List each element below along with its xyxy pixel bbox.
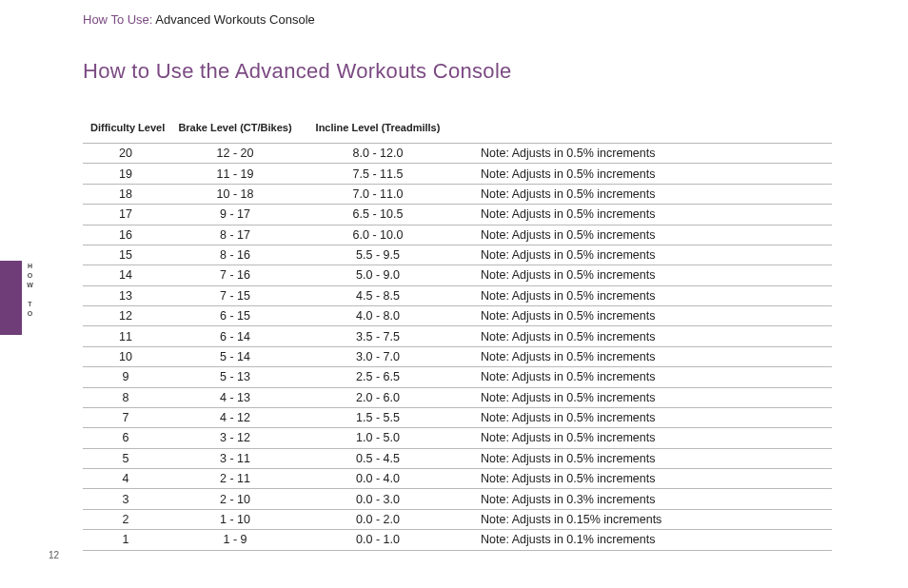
cell-level: 15	[83, 245, 168, 265]
cell-level: 16	[83, 225, 168, 245]
page-number: 12	[49, 550, 59, 560]
cell-note: Note: Adjusts in 0.15% increments	[454, 509, 832, 529]
cell-brake: 7 - 15	[168, 285, 302, 305]
cell-level: 11	[83, 326, 168, 346]
table-row: 1911 - 197.5 - 11.5Note: Adjusts in 0.5%…	[83, 164, 832, 184]
cell-level: 13	[83, 285, 168, 305]
cell-level: 7	[83, 407, 168, 427]
cell-level: 10	[83, 346, 168, 366]
cell-brake: 4 - 12	[168, 407, 302, 427]
table-row: 158 - 165.5 - 9.5Note: Adjusts in 0.5% i…	[83, 245, 832, 265]
cell-incline: 2.5 - 6.5	[302, 367, 454, 387]
cell-level: 4	[83, 469, 168, 489]
cell-note: Note: Adjusts in 0.5% increments	[454, 469, 832, 489]
cell-incline: 3.5 - 7.5	[302, 326, 454, 346]
table-row: 116 - 143.5 - 7.5Note: Adjusts in 0.5% i…	[83, 326, 832, 346]
table-header-row: Difficulty Level Brake Level (CT/Bikes) …	[83, 122, 832, 144]
cell-note: Note: Adjusts in 0.5% increments	[454, 448, 832, 468]
cell-note: Note: Adjusts in 0.5% increments	[454, 184, 832, 204]
table-row: 74 - 121.5 - 5.5Note: Adjusts in 0.5% in…	[83, 407, 832, 427]
table-row: 2012 - 208.0 - 12.0Note: Adjusts in 0.5%…	[83, 144, 832, 164]
cell-level: 19	[83, 164, 168, 184]
cell-level: 3	[83, 489, 168, 509]
cell-brake: 1 - 9	[168, 530, 302, 550]
table-row: 105 - 143.0 - 7.0Note: Adjusts in 0.5% i…	[83, 346, 832, 366]
cell-brake: 8 - 16	[168, 245, 302, 265]
cell-brake: 6 - 15	[168, 306, 302, 326]
table-row: 137 - 154.5 - 8.5Note: Adjusts in 0.5% i…	[83, 285, 832, 305]
cell-level: 12	[83, 306, 168, 326]
col-header-incline: Incline Level (Treadmills)	[302, 122, 454, 144]
cell-incline: 0.0 - 4.0	[302, 469, 454, 489]
cell-incline: 5.0 - 9.0	[302, 265, 454, 285]
cell-incline: 1.5 - 5.5	[302, 407, 454, 427]
cell-level: 1	[83, 530, 168, 550]
cell-note: Note: Adjusts in 0.5% increments	[454, 265, 832, 285]
cell-incline: 0.0 - 1.0	[302, 530, 454, 550]
side-tab-label: HOW TO	[24, 263, 33, 320]
cell-note: Note: Adjusts in 0.5% increments	[454, 285, 832, 305]
breadcrumb: How To Use: Advanced Workouts Console	[83, 12, 315, 27]
col-header-note	[454, 122, 832, 144]
cell-brake: 12 - 20	[168, 144, 302, 164]
cell-note: Note: Adjusts in 0.5% increments	[454, 346, 832, 366]
difficulty-table: Difficulty Level Brake Level (CT/Bikes) …	[83, 122, 832, 551]
cell-brake: 8 - 17	[168, 225, 302, 245]
cell-note: Note: Adjusts in 0.5% increments	[454, 367, 832, 387]
cell-level: 18	[83, 184, 168, 204]
cell-brake: 3 - 11	[168, 448, 302, 468]
cell-incline: 6.0 - 10.0	[302, 225, 454, 245]
side-tab	[0, 261, 22, 335]
cell-incline: 2.0 - 6.0	[302, 387, 454, 407]
cell-brake: 4 - 13	[168, 387, 302, 407]
cell-incline: 0.0 - 2.0	[302, 509, 454, 529]
cell-brake: 9 - 17	[168, 205, 302, 225]
table-row: 168 - 176.0 - 10.0Note: Adjusts in 0.5% …	[83, 225, 832, 245]
cell-incline: 4.5 - 8.5	[302, 285, 454, 305]
cell-incline: 3.0 - 7.0	[302, 346, 454, 366]
cell-incline: 7.0 - 11.0	[302, 184, 454, 204]
table-row: 21 - 100.0 - 2.0Note: Adjusts in 0.15% i…	[83, 509, 832, 529]
cell-note: Note: Adjusts in 0.5% increments	[454, 407, 832, 427]
cell-note: Note: Adjusts in 0.5% increments	[454, 245, 832, 265]
table-row: 1810 - 187.0 - 11.0Note: Adjusts in 0.5%…	[83, 184, 832, 204]
cell-note: Note: Adjusts in 0.5% increments	[454, 306, 832, 326]
cell-brake: 6 - 14	[168, 326, 302, 346]
cell-brake: 10 - 18	[168, 184, 302, 204]
breadcrumb-suffix: Advanced Workouts Console	[152, 12, 314, 27]
table-row: 147 - 165.0 - 9.0Note: Adjusts in 0.5% i…	[83, 265, 832, 285]
cell-incline: 6.5 - 10.5	[302, 205, 454, 225]
cell-incline: 4.0 - 8.0	[302, 306, 454, 326]
cell-brake: 2 - 10	[168, 489, 302, 509]
table-row: 53 - 110.5 - 4.5Note: Adjusts in 0.5% in…	[83, 448, 832, 468]
table-row: 126 - 154.0 - 8.0Note: Adjusts in 0.5% i…	[83, 306, 832, 326]
cell-note: Note: Adjusts in 0.5% increments	[454, 225, 832, 245]
table-row: 42 - 110.0 - 4.0Note: Adjusts in 0.5% in…	[83, 469, 832, 489]
cell-note: Note: Adjusts in 0.5% increments	[454, 164, 832, 184]
cell-level: 9	[83, 367, 168, 387]
cell-incline: 5.5 - 9.5	[302, 245, 454, 265]
cell-note: Note: Adjusts in 0.5% increments	[454, 387, 832, 407]
cell-incline: 0.0 - 3.0	[302, 489, 454, 509]
cell-note: Note: Adjusts in 0.5% increments	[454, 428, 832, 448]
cell-note: Note: Adjusts in 0.5% increments	[454, 326, 832, 346]
cell-note: Note: Adjusts in 0.5% increments	[454, 144, 832, 164]
table-row: 84 - 132.0 - 6.0Note: Adjusts in 0.5% in…	[83, 387, 832, 407]
cell-level: 8	[83, 387, 168, 407]
col-header-brake: Brake Level (CT/Bikes)	[168, 122, 302, 144]
cell-incline: 7.5 - 11.5	[302, 164, 454, 184]
cell-level: 6	[83, 428, 168, 448]
cell-brake: 3 - 12	[168, 428, 302, 448]
cell-brake: 11 - 19	[168, 164, 302, 184]
cell-level: 17	[83, 205, 168, 225]
table-row: 95 - 132.5 - 6.5Note: Adjusts in 0.5% in…	[83, 367, 832, 387]
cell-brake: 1 - 10	[168, 509, 302, 529]
cell-incline: 0.5 - 4.5	[302, 448, 454, 468]
cell-level: 20	[83, 144, 168, 164]
cell-brake: 5 - 13	[168, 367, 302, 387]
cell-brake: 7 - 16	[168, 265, 302, 285]
cell-level: 5	[83, 448, 168, 468]
cell-note: Note: Adjusts in 0.3% increments	[454, 489, 832, 509]
cell-incline: 8.0 - 12.0	[302, 144, 454, 164]
cell-brake: 5 - 14	[168, 346, 302, 366]
